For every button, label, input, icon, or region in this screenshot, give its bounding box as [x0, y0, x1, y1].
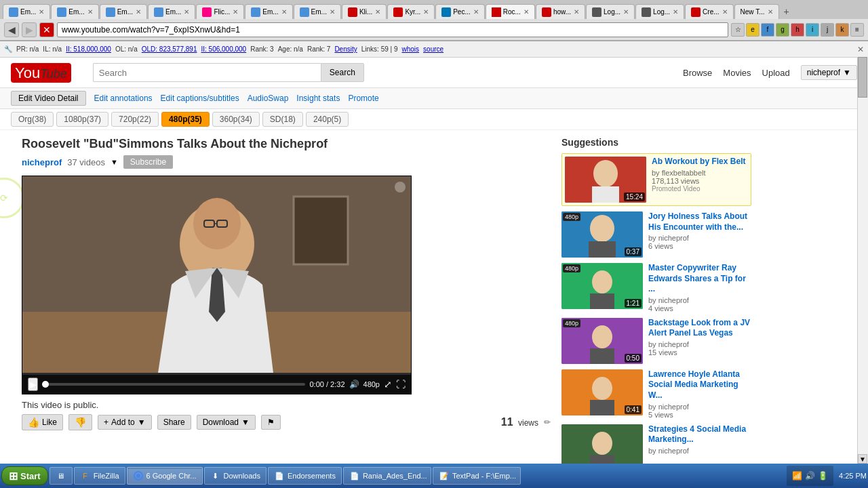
tab-log-1[interactable]: Log... ✕ [586, 4, 635, 19]
tab-email-2[interactable]: Em... ✕ [51, 4, 98, 19]
quality-1080p-button[interactable]: 1080p(37) [56, 112, 108, 127]
tab-roc-active[interactable]: Roc... ✕ [486, 4, 535, 19]
tab-flickr[interactable]: Flic... ✕ [196, 4, 244, 19]
seo-ii2-link[interactable]: II: 506,000,000 [201, 45, 246, 53]
audioswap-link[interactable]: AudioSwap [248, 94, 289, 103]
seo-source-link[interactable]: source [423, 45, 443, 53]
quality-720p-button[interactable]: 720p(22) [111, 112, 159, 127]
tab-kli[interactable]: Kli... ✕ [342, 4, 387, 19]
taskbar-endorsements[interactable]: 📄 Endorsements [268, 467, 342, 485]
bookmark-star-icon[interactable]: ☆ [731, 23, 745, 37]
tab-pec[interactable]: Pec... ✕ [435, 4, 485, 19]
tab-email-4[interactable]: Em... ✕ [148, 4, 195, 19]
tab-log-2[interactable]: Log... ✕ [635, 4, 684, 19]
suggestion-title-1[interactable]: Ab Workout by Flex Belt [652, 157, 748, 167]
progress-bar[interactable] [42, 383, 305, 386]
system-clock[interactable]: 4:25 PM [839, 472, 867, 480]
dislike-button[interactable]: 👎 [68, 414, 92, 430]
widescreen-button[interactable]: ⤢ [384, 379, 392, 390]
quality-480p-button[interactable]: 480p(35) [161, 112, 210, 127]
suggestion-item-promoted[interactable]: 15:24 Ab Workout by Flex Belt by flexbel… [561, 153, 751, 206]
share-button[interactable]: Share [157, 415, 191, 430]
tab-email-6[interactable]: Em... ✕ [294, 4, 341, 19]
taskbar-textpad[interactable]: 📝 TextPad - F:\Emp... [433, 467, 521, 485]
video-player[interactable]: ▶ 0:00 / 2:32 🔊 480p ⤢ ⛶ [22, 176, 412, 394]
taskbar-downloads[interactable]: ⬇ Downloads [204, 467, 267, 485]
suggestion-item-5[interactable]: 0:41 Lawrence Hoyle Atlanta Social Media… [561, 369, 751, 419]
suggestion-item-3[interactable]: 480p 1:21 Master Copywriter Ray Edwards … [561, 263, 751, 312]
edit-annotations-link[interactable]: Edit annotations [94, 94, 153, 103]
suggestion-item-2[interactable]: 480p 0:37 Jory Holness Talks About His E… [561, 211, 751, 258]
quality-sd-button[interactable]: SD(18) [262, 112, 303, 127]
tab-email-5[interactable]: Em... ✕ [245, 4, 292, 19]
search-button[interactable]: Search [321, 63, 364, 82]
taskbar-rania[interactable]: 📄 Rania_Ades_End... [343, 467, 431, 485]
scrollbar-thumb[interactable] [858, 57, 867, 98]
new-tab-button[interactable]: + [780, 4, 793, 19]
suggestion-item-4[interactable]: 480p 0:50 Backstage Look from a JV Alert… [561, 318, 751, 364]
chrome-menu-icon[interactable]: ≡ [850, 23, 864, 37]
tab-kyr[interactable]: Kyr... ✕ [387, 4, 435, 19]
reload-button[interactable]: ✕ [39, 22, 54, 37]
forward-button[interactable]: ▶ [22, 22, 37, 37]
scrollbar-track[interactable]: ▼ [857, 57, 868, 464]
ext-icon-7[interactable]: k [835, 23, 849, 37]
seo-ii-link[interactable]: II: 518,000,000 [66, 45, 111, 53]
suggestion-title-3[interactable]: Master Copywriter Ray Edwards Shares a T… [648, 263, 751, 295]
suggestion-title-2[interactable]: Jory Holness Talks About His Encounter w… [648, 211, 751, 232]
ext-icon-6[interactable]: j [821, 23, 834, 37]
like-button[interactable]: 👍 Like [22, 414, 63, 430]
tab-how[interactable]: how... ✕ [536, 4, 585, 19]
subscribe-dropdown-icon[interactable]: ▼ [111, 158, 118, 166]
quality-indicator[interactable]: 480p [363, 380, 380, 388]
back-button[interactable]: ◀ [4, 22, 19, 37]
ext-icon-2[interactable]: f [761, 23, 774, 37]
tab-email-1[interactable]: Em... ✕ [3, 4, 50, 19]
edit-video-detail-button[interactable]: Edit Video Detail [11, 91, 86, 106]
seo-whois-link[interactable]: whois [402, 45, 420, 53]
quality-org-button[interactable]: Org(38) [11, 112, 54, 127]
edit-views-icon[interactable]: ✏ [544, 418, 551, 427]
taskbar-show-desktop[interactable]: 🖥 [50, 467, 73, 485]
add-to-button[interactable]: + Add to ▼ [98, 415, 152, 430]
ext-icon-3[interactable]: g [776, 23, 789, 37]
volume-button[interactable]: 🔊 [349, 380, 359, 389]
quality-240p-button[interactable]: 240p(5) [306, 112, 349, 127]
tab-new[interactable]: New T... ✕ [734, 4, 779, 19]
edit-captions-link[interactable]: Edit captions/subtitles [161, 94, 239, 103]
ext-icon-5[interactable]: i [806, 23, 819, 37]
seo-old-link[interactable]: OLD: 823,577,891 [142, 45, 197, 53]
flag-button[interactable]: ⚑ [261, 415, 281, 430]
battery-tray-icon[interactable]: 🔋 [818, 471, 828, 481]
upload-link[interactable]: Upload [762, 68, 790, 78]
download-button[interactable]: Download ▼ [197, 415, 256, 430]
suggestion-title-5[interactable]: Lawrence Hoyle Atlanta Social Media Mark… [648, 369, 751, 401]
seo-density-link[interactable]: Density [334, 45, 357, 53]
taskbar-filezilla[interactable]: F FileZilla [74, 467, 125, 485]
ext-icon-4[interactable]: h [791, 23, 804, 37]
promote-link[interactable]: Promote [348, 94, 378, 103]
subscribe-button[interactable]: Subscribe [123, 155, 173, 169]
suggestion-title-6[interactable]: Strategies 4 Social Media Marketing... [648, 424, 751, 445]
tab-email-3[interactable]: Em... ✕ [100, 4, 147, 19]
channel-link[interactable]: nicheprof [22, 157, 62, 167]
scrollbar-down-button[interactable]: ▼ [858, 454, 867, 464]
browse-link[interactable]: Browse [683, 68, 712, 78]
user-account-button[interactable]: nicheprof ▼ [801, 65, 857, 80]
quality-360p-button[interactable]: 360p(34) [212, 112, 260, 127]
ext-icon-1[interactable]: e [746, 23, 760, 37]
tab-cre[interactable]: Cre... ✕ [685, 4, 733, 19]
play-button[interactable]: ▶ [28, 378, 38, 391]
start-button[interactable]: ⊞ Start [1, 466, 48, 485]
suggestion-title-4[interactable]: Backstage Look from a JV Alert Panel Las… [648, 318, 751, 339]
taskbar-chrome[interactable]: 6 Google Chr... [127, 467, 203, 485]
search-input[interactable] [93, 63, 321, 82]
address-input[interactable] [57, 22, 728, 37]
network-tray-icon[interactable]: 📶 [792, 471, 802, 481]
youtube-logo[interactable]: YouTube [11, 63, 71, 82]
seo-close-button[interactable]: ✕ [857, 45, 864, 54]
volume-tray-icon[interactable]: 🔊 [805, 471, 815, 481]
insight-stats-link[interactable]: Insight stats [296, 94, 340, 103]
fullscreen-button[interactable]: ⛶ [396, 379, 406, 390]
movies-link[interactable]: Movies [723, 68, 751, 78]
